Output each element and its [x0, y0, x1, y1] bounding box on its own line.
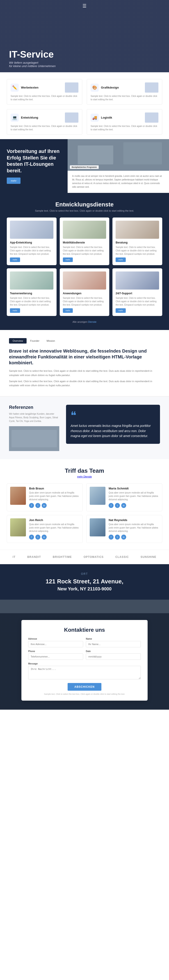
dev-btn-4[interactable]: mehr: [63, 308, 73, 313]
dev-more: Alle anzeigen Dienste: [7, 320, 162, 323]
hero-subtitle: Wir liefern ausgelagertfür kleine und mi…: [9, 61, 56, 68]
svg-rect-5: [0, 600, 169, 613]
service-img-werbetexten: [65, 83, 78, 92]
social-tw-bob[interactable]: t: [35, 503, 40, 508]
about-text2: Sample text. Click to select the text bo…: [9, 379, 160, 388]
logo-1: BRANDIT: [27, 555, 41, 558]
contact-note: Sample text. Click to select the text bo…: [28, 693, 141, 695]
ref-left: Referenzen Wir hatten viele langjährige …: [9, 405, 59, 451]
contact-form: Kontaktiere uns Adresse Name Phone Date: [21, 620, 148, 701]
team-text-bob: Quia aber orem ipsum molestie adi at fri…: [29, 491, 79, 501]
tab-mission[interactable]: Mission: [43, 338, 58, 344]
dev-subtitle: Sample text. Click to select the text bo…: [7, 209, 162, 212]
success-right: Bestplatziertes Programm In mollis sau s…: [68, 139, 169, 193]
service-card-entwicklung: 💻 Entwicklung Sample text. Click to sele…: [7, 109, 82, 135]
date-label: Date: [86, 650, 141, 652]
date-input[interactable]: [86, 654, 141, 660]
team-card-nat: Nat Reynolds Quia aber orem ipsum molest…: [86, 515, 162, 543]
team-card-maria: Maria Schmidt Quia aber orem ipsum moles…: [86, 483, 162, 511]
location-section: Ort 121 Rock Street, 21 Avenue, New York…: [0, 564, 169, 600]
team-text-jon: Quia aber orem ipsum molestie adi at fri…: [29, 523, 79, 533]
about-text1: Sample text. Click to select the text bo…: [9, 369, 160, 377]
phone-input[interactable]: [28, 654, 83, 660]
location-address2: New York, NY 21103-9000: [9, 586, 160, 592]
service-title-werbetexten: Werbetexten: [21, 86, 38, 89]
service-text-grafik: Sample text. Click to select the text bo…: [91, 94, 158, 101]
social-tw-maria[interactable]: t: [115, 503, 120, 508]
message-label: Message: [28, 662, 141, 665]
dev-img-1: [63, 221, 106, 239]
service-card-werbetexten: ✏️ Werbetexten Sample text. Click to sel…: [7, 79, 82, 105]
success-left: Vorbereitung auf Ihren Erfolg Stellen Si…: [0, 139, 68, 193]
services-grid: ✏️ Werbetexten Sample text. Click to sel…: [7, 79, 162, 135]
logo-3: OPTOMATICS: [84, 555, 104, 558]
service-text-entwicklung: Sample text. Click to select the text bo…: [11, 124, 78, 131]
dev-more-link[interactable]: Dienste: [88, 320, 96, 323]
grafik-icon: 🎨: [91, 84, 99, 92]
success-image: Bestplatziertes Programm: [68, 139, 169, 171]
service-img-entwicklung: [65, 113, 78, 123]
name-input[interactable]: [86, 641, 141, 648]
dev-btn-1[interactable]: mehr: [63, 258, 73, 262]
ref-heading: Referenzen: [9, 405, 59, 410]
dev-text-5: Sample text. Click to select the text bo…: [115, 296, 159, 307]
social-li-jon[interactable]: in: [42, 535, 47, 539]
tab-overview[interactable]: Overview: [9, 338, 27, 344]
social-fb-jon[interactable]: f: [29, 535, 34, 539]
team-avatar-nat: [90, 519, 106, 536]
social-li-nat[interactable]: in: [121, 535, 126, 539]
tab-founder[interactable]: Founder: [27, 338, 43, 344]
menu-icon[interactable]: ☰: [82, 3, 87, 9]
dev-title-5: 24/7-Support: [115, 292, 159, 295]
social-tw-nat[interactable]: t: [115, 535, 120, 539]
field-name: Name: [86, 638, 141, 648]
social-fb-nat[interactable]: f: [109, 535, 114, 539]
team-avatar-maria: [90, 487, 106, 505]
success-description: In mollis sau sit at semper nisi in hend…: [68, 171, 169, 192]
success-more-button[interactable]: mehr: [7, 178, 21, 184]
dev-btn-5[interactable]: mehr: [115, 308, 126, 313]
service-text-werbetexten: Sample text. Click to select the text bo…: [11, 94, 78, 101]
team-card-jon: Jon Reich Quia aber orem ipsum molestie …: [7, 515, 83, 543]
service-title-entwicklung: Entwicklung: [21, 116, 38, 119]
contact-heading: Kontaktiere uns: [28, 627, 141, 633]
address-label: Adresse: [28, 638, 83, 640]
dev-btn-3[interactable]: mehr: [10, 308, 20, 313]
team-name-bob: Bob Braun: [29, 487, 79, 490]
address-input[interactable]: [28, 641, 83, 648]
social-tw-jon[interactable]: t: [35, 535, 40, 539]
service-card-logistik: 🚚 Logistik Sample text. Click to select …: [87, 109, 162, 135]
svg-rect-2: [123, 142, 162, 164]
dev-btn-2[interactable]: mehr: [115, 258, 126, 262]
dev-section: Entwicklungsdienste Sample text. Click t…: [0, 193, 169, 330]
service-text-logistik: Sample text. Click to select the text bo…: [91, 124, 158, 131]
dev-card-2: Beratung Sample text. Click to select th…: [112, 218, 162, 265]
dev-title-2: Beratung: [115, 241, 159, 244]
dev-title-1: Mobilitätsdienste: [63, 241, 106, 244]
team-grid: Bob Braun Quia aber orem ipsum molestie …: [7, 483, 162, 543]
dev-img-2: [115, 221, 159, 239]
success-heading: Vorbereitung auf Ihren Erfolg Stellen Si…: [7, 148, 61, 174]
dev-img-3: [10, 272, 54, 290]
submit-button[interactable]: ABSCHICKEN: [68, 683, 101, 690]
contact-section: Kontaktiere uns Adresse Name Phone Date: [0, 600, 169, 710]
social-fb-bob[interactable]: f: [29, 503, 34, 508]
team-name-nat: Nat Reynolds: [109, 519, 159, 522]
social-li-bob[interactable]: in: [42, 503, 47, 508]
social-li-maria[interactable]: in: [121, 503, 126, 508]
dev-img-5: [115, 272, 159, 290]
name-label: Name: [86, 638, 141, 640]
team-name-maria: Maria Schmidt: [109, 487, 159, 490]
team-mehr-link[interactable]: mehr Dienste: [77, 475, 92, 478]
social-fb-maria[interactable]: f: [109, 503, 114, 508]
logo-2: BRIGHTTIME: [53, 555, 72, 558]
dev-card-1: Mobilitätsdienste Sample text. Click to …: [60, 218, 109, 265]
phone-label: Phone: [28, 650, 83, 652]
logo-5: Sunshine: [141, 555, 156, 558]
dev-btn-0[interactable]: mehr: [10, 258, 20, 262]
dev-card-4: Anwendungen Sample text. Click to select…: [60, 268, 109, 316]
message-input[interactable]: [28, 666, 141, 679]
dev-heading: Entwicklungsdienste: [7, 201, 162, 208]
ref-quote-card: ❝ Amet luctus venenatis lectus magna fri…: [66, 405, 160, 444]
ref-quote-text: Amet luctus venenatis lectus magna fring…: [71, 423, 155, 438]
